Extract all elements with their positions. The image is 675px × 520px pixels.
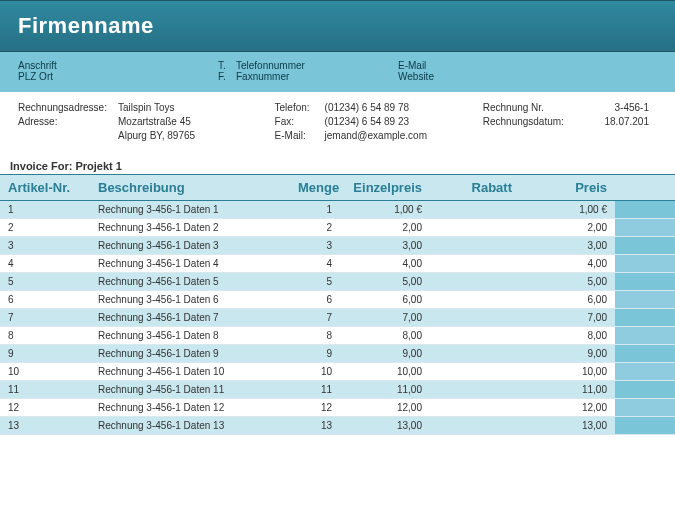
cell-ep: 13,00 <box>340 417 430 435</box>
invoice-date-label: Rechnungsdatum: <box>483 116 593 127</box>
cell-preis: 8,00 <box>520 327 615 345</box>
invoice-date-value: 18.07.201 <box>593 116 657 127</box>
cell-ep: 11,00 <box>340 381 430 399</box>
cell-art: 8 <box>0 327 90 345</box>
table-row: 13Rechnung 3-456-1 Daten 131313,0013,00 <box>0 417 675 435</box>
table-row: 1Rechnung 3-456-1 Daten 111,00 €1,00 € <box>0 201 675 219</box>
items-table: Artikel-Nr. Beschreibung Menge Einzelpre… <box>0 174 675 435</box>
table-row: 6Rechnung 3-456-1 Daten 666,006,00 <box>0 291 675 309</box>
cell-tail <box>615 363 675 381</box>
contact-plzort: PLZ Ort <box>18 71 218 82</box>
cell-preis: 13,00 <box>520 417 615 435</box>
cell-rabatt <box>430 255 520 273</box>
cell-tail <box>615 237 675 255</box>
address-label: Adresse: <box>18 116 118 127</box>
cell-preis: 1,00 € <box>520 201 615 219</box>
cell-ep: 6,00 <box>340 291 430 309</box>
cell-desc: Rechnung 3-456-1 Daten 13 <box>90 417 290 435</box>
cell-preis: 4,00 <box>520 255 615 273</box>
cell-menge: 2 <box>290 219 340 237</box>
cell-rabatt <box>430 417 520 435</box>
cell-tail <box>615 327 675 345</box>
email-label: E-Mail: <box>275 130 325 141</box>
company-title: Firmenname <box>18 13 657 39</box>
cell-ep: 10,00 <box>340 363 430 381</box>
col-preis: Preis <box>520 175 615 201</box>
cell-art: 5 <box>0 273 90 291</box>
table-row: 4Rechnung 3-456-1 Daten 444,004,00 <box>0 255 675 273</box>
cell-tail <box>615 309 675 327</box>
cell-art: 7 <box>0 309 90 327</box>
cell-desc: Rechnung 3-456-1 Daten 11 <box>90 381 290 399</box>
cell-ep: 3,00 <box>340 237 430 255</box>
cell-ep: 12,00 <box>340 399 430 417</box>
cell-desc: Rechnung 3-456-1 Daten 10 <box>90 363 290 381</box>
table-row: 12Rechnung 3-456-1 Daten 121212,0012,00 <box>0 399 675 417</box>
cell-desc: Rechnung 3-456-1 Daten 4 <box>90 255 290 273</box>
cell-ep: 4,00 <box>340 255 430 273</box>
cell-tail <box>615 399 675 417</box>
cell-ep: 1,00 € <box>340 201 430 219</box>
cell-rabatt <box>430 201 520 219</box>
cell-preis: 3,00 <box>520 237 615 255</box>
cell-menge: 1 <box>290 201 340 219</box>
invoice-details: Rechnungsadresse: Tailspin Toys Telefon:… <box>0 92 675 156</box>
table-header-row: Artikel-Nr. Beschreibung Menge Einzelpre… <box>0 175 675 201</box>
cell-ep: 7,00 <box>340 309 430 327</box>
col-rabatt: Rabatt <box>430 175 520 201</box>
cell-tail <box>615 381 675 399</box>
title-bar: Firmenname <box>0 0 675 52</box>
cell-art: 6 <box>0 291 90 309</box>
cell-art: 13 <box>0 417 90 435</box>
cell-rabatt <box>430 399 520 417</box>
table-row: 3Rechnung 3-456-1 Daten 333,003,00 <box>0 237 675 255</box>
billing-name: Tailspin Toys <box>118 102 275 113</box>
table-row: 5Rechnung 3-456-1 Daten 555,005,00 <box>0 273 675 291</box>
table-row: 11Rechnung 3-456-1 Daten 111111,0011,00 <box>0 381 675 399</box>
cell-menge: 13 <box>290 417 340 435</box>
contact-fax: F.Faxnummer <box>218 71 398 82</box>
cell-preis: 11,00 <box>520 381 615 399</box>
table-row: 7Rechnung 3-456-1 Daten 777,007,00 <box>0 309 675 327</box>
cell-art: 3 <box>0 237 90 255</box>
cell-preis: 7,00 <box>520 309 615 327</box>
contact-bar: Anschrift T.Telefonnummer E-Mail PLZ Ort… <box>0 52 675 92</box>
cell-ep: 8,00 <box>340 327 430 345</box>
invoice-no-label: Rechnung Nr. <box>483 102 593 113</box>
cell-art: 4 <box>0 255 90 273</box>
cell-desc: Rechnung 3-456-1 Daten 12 <box>90 399 290 417</box>
cell-desc: Rechnung 3-456-1 Daten 3 <box>90 237 290 255</box>
cell-rabatt <box>430 345 520 363</box>
cell-menge: 5 <box>290 273 340 291</box>
phone-label: Telefon: <box>275 102 325 113</box>
cell-preis: 12,00 <box>520 399 615 417</box>
cell-tail <box>615 345 675 363</box>
cell-rabatt <box>430 381 520 399</box>
cell-menge: 8 <box>290 327 340 345</box>
col-tail <box>615 175 675 201</box>
invoice-no-value: 3-456-1 <box>593 102 657 113</box>
cell-preis: 2,00 <box>520 219 615 237</box>
table-row: 8Rechnung 3-456-1 Daten 888,008,00 <box>0 327 675 345</box>
cell-preis: 6,00 <box>520 291 615 309</box>
cell-art: 10 <box>0 363 90 381</box>
cell-ep: 5,00 <box>340 273 430 291</box>
col-artikel-nr: Artikel-Nr. <box>0 175 90 201</box>
cell-preis: 10,00 <box>520 363 615 381</box>
cell-tail <box>615 291 675 309</box>
cell-menge: 4 <box>290 255 340 273</box>
cell-tail <box>615 255 675 273</box>
cell-menge: 7 <box>290 309 340 327</box>
cell-menge: 10 <box>290 363 340 381</box>
fax-label: Fax: <box>275 116 325 127</box>
col-einzelpreis: Einzelpreis <box>340 175 430 201</box>
cell-desc: Rechnung 3-456-1 Daten 2 <box>90 219 290 237</box>
contact-website: Website <box>398 71 578 82</box>
contact-email: E-Mail <box>398 60 578 71</box>
cell-art: 1 <box>0 201 90 219</box>
cell-desc: Rechnung 3-456-1 Daten 7 <box>90 309 290 327</box>
cell-rabatt <box>430 363 520 381</box>
table-row: 2Rechnung 3-456-1 Daten 222,002,00 <box>0 219 675 237</box>
cell-rabatt <box>430 291 520 309</box>
cell-menge: 12 <box>290 399 340 417</box>
